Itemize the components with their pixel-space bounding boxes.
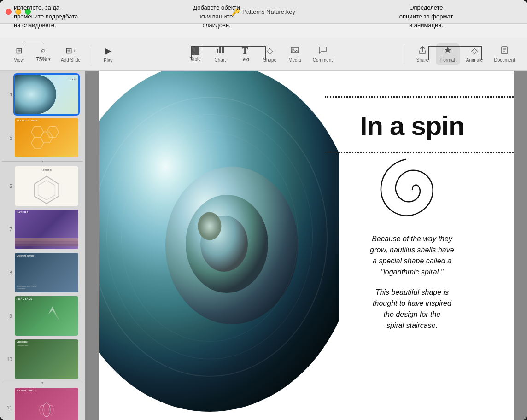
spiral-svg (375, 153, 449, 227)
slide-thumb-6[interactable]: Perfect fit (15, 166, 78, 206)
slide-item-4[interactable]: 4 In a spin (0, 73, 85, 116)
slide-body-1: Because of the way they grow, nautilus s… (325, 233, 500, 278)
divider-line-2 (2, 383, 41, 383)
slide-canvas: In a spin Because of the way they grow, … (99, 71, 514, 420)
slide-item-7[interactable]: 7 LAYERS (0, 208, 85, 251)
slide-item-9[interactable]: 9 FRACTALS (0, 294, 85, 338)
animate-icon: ◇ (471, 46, 478, 56)
chart-icon (216, 46, 224, 56)
play-button[interactable]: ▶ Play (97, 42, 120, 66)
play-icon: ▶ (105, 45, 111, 56)
svg-rect-5 (502, 47, 507, 54)
close-button[interactable] (6, 9, 12, 15)
slide-text-area: In a spin Because of the way they grow, … (325, 71, 500, 420)
slide-thumb-9[interactable]: FRACTALS (15, 296, 78, 336)
minimize-button[interactable] (15, 9, 21, 15)
add-slide-button[interactable]: ⊞+ Add Slide (56, 43, 85, 65)
zoom-chevron: ▾ (48, 57, 51, 62)
animate-label: Animate (466, 58, 483, 63)
slide-item-8[interactable]: 8 Under the surface Lorem ipsum dolor si… (0, 251, 85, 294)
slide-divider-1: ▾ (0, 159, 85, 164)
table-button[interactable]: Table (184, 44, 207, 64)
chart-button[interactable]: Chart (209, 43, 232, 65)
view-icon (16, 46, 23, 56)
toolbar-sep-2 (405, 45, 405, 64)
svg-point-15 (43, 403, 50, 417)
media-button[interactable]: Media (283, 43, 306, 65)
traffic-lights[interactable] (6, 9, 31, 15)
zoom-icon: ⌕ (41, 46, 46, 54)
toolbar-sep-1 (91, 45, 91, 64)
slide-panel[interactable]: 4 In a spin 5 TESSELLATIONS (0, 71, 85, 420)
table-icon (191, 47, 199, 55)
shape-icon: ◇ (267, 46, 273, 56)
media-label: Media (288, 58, 301, 63)
slide-number-5: 5 (4, 135, 12, 140)
slide-item-5[interactable]: 5 TESSELLATIONS (0, 116, 85, 159)
zoom-display: 75% ▾ (36, 56, 51, 63)
slide-item-11[interactable]: 11 SYMMETRIES (0, 386, 85, 420)
slide-thumb-11-inner: SYMMETRIES (15, 388, 78, 420)
slide-body-2: This beautiful shape is thought to have … (325, 287, 500, 331)
text-icon: T (242, 46, 248, 55)
chart-label: Chart (215, 58, 226, 63)
slide-thumb-9-inner: FRACTALS (15, 296, 78, 336)
zoom-button[interactable]: ⌕ 75% ▾ (32, 43, 54, 65)
spiral-container (325, 153, 500, 227)
slide-item-6[interactable]: 6 Perfect fit (0, 164, 85, 208)
slide-thumb-6-inner: Perfect fit (15, 166, 78, 206)
svg-rect-3 (291, 47, 299, 53)
slide-background: In a spin Because of the way they grow, … (99, 71, 514, 420)
document-button[interactable]: Document (489, 43, 520, 65)
maximize-button[interactable] (25, 9, 31, 15)
slide-item-10[interactable]: 10 Look closer Lorem ipsum amet (0, 338, 85, 381)
slide-thumb-8[interactable]: Under the surface Lorem ipsum dolor sit … (15, 253, 78, 292)
comment-button[interactable]: Comment (308, 43, 337, 65)
slide-number-8: 8 (4, 270, 12, 275)
svg-point-17 (49, 405, 53, 414)
format-button[interactable]: Format (436, 43, 460, 65)
slide-number-9: 9 (4, 314, 12, 319)
slide-number-11: 11 (4, 405, 12, 410)
shape-label: Shape (263, 58, 276, 63)
document-icon (500, 46, 509, 56)
document-label: Document (494, 58, 515, 63)
keynote-file-icon: 🔑 (232, 8, 240, 16)
svg-marker-11 (31, 137, 43, 148)
view-button[interactable]: View (7, 43, 30, 65)
slide-thumb-8-inner: Under the surface Lorem ipsum dolor sit … (15, 253, 78, 292)
slide-thumb-4-inner: In a spin (15, 75, 78, 114)
zoom-value: 75% (36, 56, 47, 63)
slide-thumb-11[interactable]: SYMMETRIES (15, 388, 78, 420)
text-button[interactable]: T Text (234, 43, 257, 65)
add-slide-icon: ⊞+ (65, 46, 76, 56)
nautilus-image-container (99, 71, 339, 420)
slide-thumb-10[interactable]: Look closer Lorem ipsum amet (15, 339, 78, 379)
slide-thumb-5-inner: TESSELLATIONS (15, 118, 78, 158)
window-title: Patterns Nature.key (242, 8, 295, 15)
view-label: View (14, 58, 24, 63)
text-label: Text (241, 57, 249, 62)
slide-title: In a spin (325, 112, 500, 139)
svg-rect-0 (217, 49, 218, 53)
svg-point-16 (40, 405, 44, 414)
divider-line-1 (2, 161, 41, 162)
slide-number-4: 4 (4, 92, 12, 97)
divider-line-2b (43, 383, 83, 383)
format-label: Format (440, 58, 455, 63)
shape-button[interactable]: ◇ Shape (258, 43, 281, 65)
share-button[interactable]: Share (411, 43, 434, 65)
window-title-area: 🔑 Patterns Nature.key (232, 8, 295, 16)
slide-thumb-7[interactable]: LAYERS (15, 210, 78, 249)
play-label: Play (104, 58, 112, 63)
nautilus-shell (99, 71, 339, 412)
animate-button[interactable]: ◇ Animate (462, 43, 488, 65)
titlebar: 🔑 Patterns Nature.key (0, 0, 527, 24)
slide-thumb-5[interactable]: TESSELLATIONS (15, 118, 78, 158)
slide-divider-2: ▾ (0, 381, 85, 386)
media-icon (291, 46, 299, 56)
format-icon (444, 46, 452, 56)
comment-icon (318, 46, 327, 56)
slide-thumb-4[interactable]: In a spin (15, 75, 78, 114)
svg-rect-1 (219, 47, 221, 53)
